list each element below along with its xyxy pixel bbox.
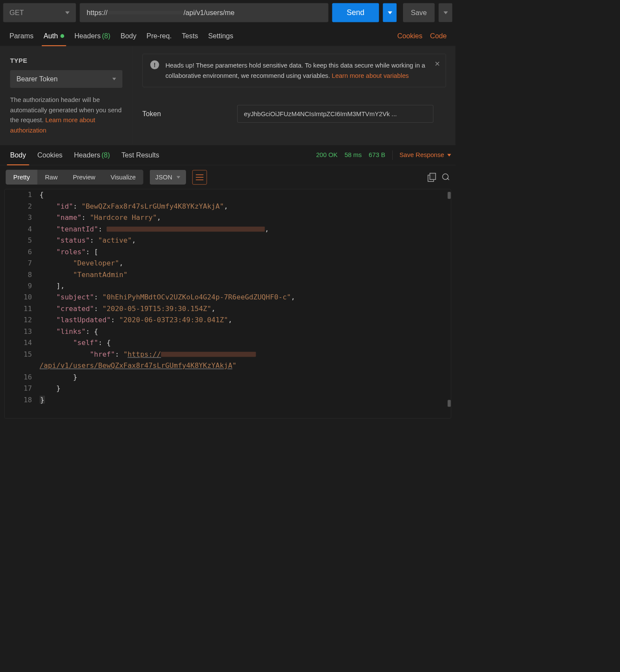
sensitive-warning: ! Heads up! These parameters hold sensit… (143, 54, 446, 87)
tab-label: Headers (74, 32, 101, 40)
chevron-down-icon (447, 154, 451, 156)
tabs-right: Cookies Code (397, 32, 451, 40)
chevron-down-icon (65, 11, 69, 14)
word-wrap-toggle[interactable] (192, 170, 207, 185)
url-prefix: https:// (87, 9, 108, 17)
tab-tests[interactable]: Tests (177, 26, 203, 46)
headers-count: (8) (102, 32, 111, 40)
request-tabs: Params Auth Headers (8) Body Pre-req. Te… (0, 26, 456, 46)
save-response-label: Save Response (400, 151, 444, 159)
view-mode-segment: Pretty Raw Preview Visualize (6, 170, 143, 185)
response-time: 58 ms (344, 151, 362, 159)
headers-count: (8) (102, 151, 110, 159)
auth-type-value: Bearer Token (16, 74, 58, 85)
tab-headers[interactable]: Headers (8) (69, 26, 115, 46)
tab-settings[interactable]: Settings (203, 26, 239, 46)
auth-panel: TYPE Bearer Token The authorization head… (0, 46, 456, 145)
response-meta: 200 OK 58 ms 673 B Save Response (316, 150, 451, 160)
code-link[interactable]: Code (430, 32, 447, 40)
token-row: Token eyJhbGciOiJFUzM4NCIsImtpZCI6ImM3MT… (143, 105, 446, 123)
token-label: Token (143, 110, 237, 118)
format-select[interactable]: JSON (150, 170, 186, 185)
tab-label: Tests (182, 32, 198, 40)
resp-tab-cookies[interactable]: Cookies (32, 145, 68, 165)
tab-label: Auth (43, 32, 58, 40)
scroll-thumb-bottom[interactable] (448, 400, 451, 407)
url-redacted-host (108, 11, 183, 15)
method-select[interactable]: GET (3, 3, 76, 22)
save-response[interactable]: Save Response (400, 151, 451, 159)
divider (392, 150, 393, 160)
token-value: eyJhbGciOiJFUzM4NCIsImtpZCI6ImM3MTVmY2Vk… (244, 110, 397, 117)
method-value: GET (9, 9, 24, 17)
copy-icon[interactable] (428, 173, 435, 181)
auth-note: The authorization header will be automat… (10, 95, 123, 135)
tab-label: Cookies (37, 151, 62, 159)
tab-auth[interactable]: Auth (38, 26, 69, 46)
view-raw[interactable]: Raw (37, 170, 65, 185)
pretty-bar: Pretty Raw Preview Visualize JSON (0, 165, 456, 189)
tab-body[interactable]: Body (115, 26, 141, 46)
save-dropdown[interactable] (438, 3, 452, 22)
response-size: 673 B (369, 151, 385, 159)
response-tabs: Body Cookies Headers (8) Test Results 20… (0, 145, 456, 165)
view-visualize[interactable]: Visualize (103, 170, 143, 185)
chevron-down-icon (112, 78, 116, 80)
wrap-icon (196, 174, 204, 180)
save-button[interactable]: Save (403, 3, 434, 22)
url-input[interactable]: https:// /api/v1/users/me (80, 3, 328, 22)
resp-tab-body[interactable]: Body (4, 145, 31, 165)
auth-left: TYPE Bearer Token The authorization head… (0, 46, 133, 145)
auth-type-heading: TYPE (10, 55, 123, 66)
resp-tab-headers[interactable]: Headers (8) (68, 145, 115, 165)
close-icon[interactable]: ✕ (434, 59, 440, 70)
auth-right: ! Heads up! These parameters hold sensit… (133, 46, 456, 145)
view-pretty[interactable]: Pretty (6, 170, 37, 185)
scroll-thumb-top[interactable] (448, 192, 451, 199)
tab-prereq[interactable]: Pre-req. (142, 26, 177, 46)
warning-text: Heads up! These parameters hold sensitiv… (165, 60, 438, 80)
format-value: JSON (155, 173, 172, 181)
save-label: Save (411, 9, 427, 17)
tab-label: Pre-req. (146, 32, 171, 40)
request-row: GET https:// /api/v1/users/me Send Save (0, 0, 456, 26)
tab-label: Test Results (121, 151, 159, 159)
chevron-down-icon (443, 11, 448, 14)
search-icon[interactable] (442, 173, 450, 181)
scrollbar[interactable] (448, 192, 451, 407)
send-button[interactable]: Send (332, 3, 379, 22)
tab-label: Headers (74, 151, 100, 159)
tab-label: Body (10, 151, 26, 159)
tab-label: Params (9, 32, 34, 40)
send-label: Send (347, 8, 364, 17)
token-input[interactable]: eyJhbGciOiJFUzM4NCIsImtpZCI6ImM3MTVmY2Vk… (237, 105, 434, 123)
chevron-down-icon (177, 176, 180, 179)
response-body: 1{2 "id": "BewQZxFax8r47sLrGUmfy4K8YKzYA… (4, 189, 451, 418)
learn-vars-link[interactable]: Learn more about variables (332, 72, 409, 79)
tab-label: Body (121, 32, 136, 40)
tab-params[interactable]: Params (4, 26, 38, 46)
chevron-down-icon (388, 11, 392, 14)
pretty-right (428, 173, 450, 181)
view-preview[interactable]: Preview (65, 170, 103, 185)
status-code: 200 OK (316, 151, 338, 159)
send-dropdown[interactable] (383, 3, 397, 22)
cookies-link[interactable]: Cookies (397, 32, 422, 40)
json-view[interactable]: 1{2 "id": "BewQZxFax8r47sLrGUmfy4K8YKzYA… (5, 189, 451, 406)
url-suffix: /api/v1/users/me (183, 9, 235, 17)
warning-icon: ! (150, 60, 159, 69)
resp-tab-tests[interactable]: Test Results (116, 145, 165, 165)
auth-active-dot-icon (60, 34, 64, 38)
auth-type-select[interactable]: Bearer Token (10, 70, 123, 88)
tab-label: Settings (208, 32, 233, 40)
